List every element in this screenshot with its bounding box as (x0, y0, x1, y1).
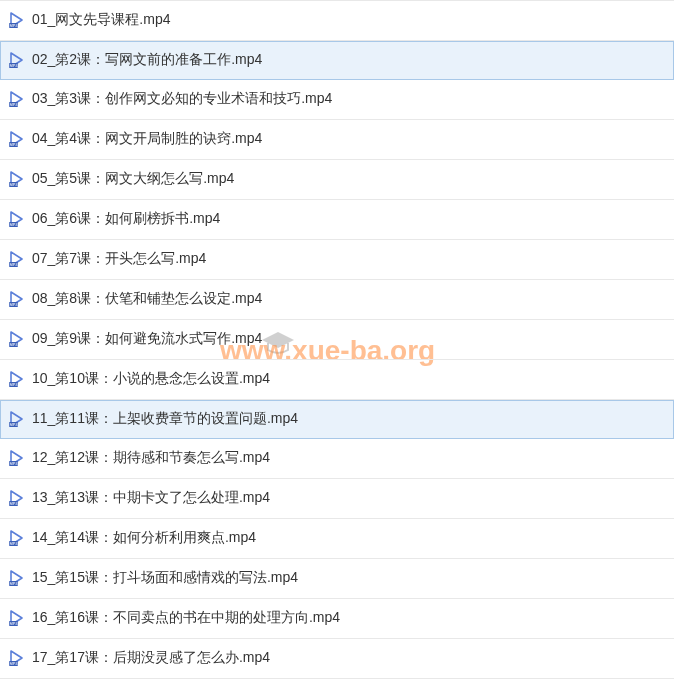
file-item[interactable]: MP4 14_第14课：如何分析利用爽点.mp4 (0, 519, 674, 559)
svg-text:MP4: MP4 (9, 342, 18, 347)
file-name-label: 03_第3课：创作网文必知的专业术语和技巧.mp4 (32, 90, 332, 108)
svg-text:MP4: MP4 (9, 142, 18, 147)
file-list: MP4 01_网文先导课程.mp4 MP4 02_第2课：写网文前的准备工作.m… (0, 0, 674, 679)
video-file-icon: MP4 (8, 250, 26, 268)
video-file-icon: MP4 (8, 330, 26, 348)
file-name-label: 08_第8课：伏笔和铺垫怎么设定.mp4 (32, 290, 262, 308)
file-item[interactable]: MP4 17_第17课：后期没灵感了怎么办.mp4 (0, 639, 674, 679)
file-item[interactable]: MP4 05_第5课：网文大纲怎么写.mp4 (0, 160, 674, 200)
file-name-label: 02_第2课：写网文前的准备工作.mp4 (32, 51, 262, 69)
video-file-icon: MP4 (8, 11, 26, 29)
file-name-label: 06_第6课：如何刷榜拆书.mp4 (32, 210, 220, 228)
svg-text:MP4: MP4 (9, 581, 18, 586)
file-item[interactable]: MP4 15_第15课：打斗场面和感情戏的写法.mp4 (0, 559, 674, 599)
file-name-label: 15_第15课：打斗场面和感情戏的写法.mp4 (32, 569, 298, 587)
file-name-label: 09_第9课：如何避免流水式写作.mp4 (32, 330, 262, 348)
file-name-label: 17_第17课：后期没灵感了怎么办.mp4 (32, 649, 270, 667)
file-item[interactable]: MP4 07_第7课：开头怎么写.mp4 (0, 240, 674, 280)
file-name-label: 10_第10课：小说的悬念怎么设置.mp4 (32, 370, 270, 388)
file-item[interactable]: MP4 04_第4课：网文开局制胜的诀窍.mp4 (0, 120, 674, 160)
video-file-icon: MP4 (8, 90, 26, 108)
svg-text:MP4: MP4 (9, 422, 18, 427)
video-file-icon: MP4 (8, 170, 26, 188)
video-file-icon: MP4 (8, 489, 26, 507)
file-name-label: 16_第16课：不同卖点的书在中期的处理方向.mp4 (32, 609, 340, 627)
file-name-label: 11_第11课：上架收费章节的设置问题.mp4 (32, 410, 298, 428)
file-name-label: 12_第12课：期待感和节奏怎么写.mp4 (32, 449, 270, 467)
file-item[interactable]: MP4 13_第13课：中期卡文了怎么处理.mp4 (0, 479, 674, 519)
svg-text:MP4: MP4 (9, 501, 18, 506)
video-file-icon: MP4 (8, 290, 26, 308)
file-item[interactable]: MP4 12_第12课：期待感和节奏怎么写.mp4 (0, 439, 674, 479)
svg-text:MP4: MP4 (9, 102, 18, 107)
svg-text:MP4: MP4 (9, 63, 18, 68)
video-file-icon: MP4 (8, 609, 26, 627)
file-item[interactable]: MP4 03_第3课：创作网文必知的专业术语和技巧.mp4 (0, 80, 674, 120)
file-name-label: 07_第7课：开头怎么写.mp4 (32, 250, 206, 268)
file-name-label: 14_第14课：如何分析利用爽点.mp4 (32, 529, 256, 547)
file-name-label: 05_第5课：网文大纲怎么写.mp4 (32, 170, 234, 188)
svg-text:MP4: MP4 (9, 382, 18, 387)
file-name-label: 04_第4课：网文开局制胜的诀窍.mp4 (32, 130, 262, 148)
video-file-icon: MP4 (8, 649, 26, 667)
file-item[interactable]: MP4 01_网文先导课程.mp4 (0, 0, 674, 41)
file-item[interactable]: MP4 02_第2课：写网文前的准备工作.mp4 (0, 41, 674, 80)
file-item[interactable]: MP4 08_第8课：伏笔和铺垫怎么设定.mp4 (0, 280, 674, 320)
svg-text:MP4: MP4 (9, 23, 18, 28)
video-file-icon: MP4 (8, 130, 26, 148)
svg-text:MP4: MP4 (9, 541, 18, 546)
file-item[interactable]: MP4 10_第10课：小说的悬念怎么设置.mp4 (0, 360, 674, 400)
video-file-icon: MP4 (8, 370, 26, 388)
svg-text:MP4: MP4 (9, 222, 18, 227)
video-file-icon: MP4 (8, 51, 26, 69)
svg-text:MP4: MP4 (9, 302, 18, 307)
svg-text:MP4: MP4 (9, 461, 18, 466)
video-file-icon: MP4 (8, 210, 26, 228)
svg-text:MP4: MP4 (9, 621, 18, 626)
video-file-icon: MP4 (8, 569, 26, 587)
file-item[interactable]: MP4 06_第6课：如何刷榜拆书.mp4 (0, 200, 674, 240)
file-item[interactable]: MP4 09_第9课：如何避免流水式写作.mp4 (0, 320, 674, 360)
svg-text:MP4: MP4 (9, 182, 18, 187)
file-item[interactable]: MP4 16_第16课：不同卖点的书在中期的处理方向.mp4 (0, 599, 674, 639)
file-name-label: 13_第13课：中期卡文了怎么处理.mp4 (32, 489, 270, 507)
video-file-icon: MP4 (8, 449, 26, 467)
svg-text:MP4: MP4 (9, 661, 18, 666)
svg-text:MP4: MP4 (9, 262, 18, 267)
video-file-icon: MP4 (8, 410, 26, 428)
file-item[interactable]: MP4 11_第11课：上架收费章节的设置问题.mp4 (0, 400, 674, 439)
video-file-icon: MP4 (8, 529, 26, 547)
file-name-label: 01_网文先导课程.mp4 (32, 11, 170, 29)
